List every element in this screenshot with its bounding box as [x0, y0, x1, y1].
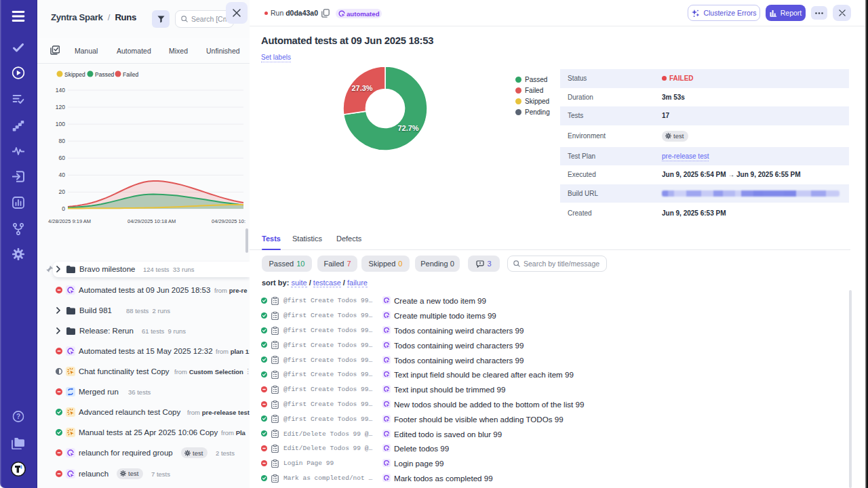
svg-text:72.7%: 72.7% [397, 124, 418, 132]
svg-text:04/29/2025 10:: 04/29/2025 10: [212, 218, 245, 224]
svg-text:04/29/2025 10:18 AM: 04/29/2025 10:18 AM [127, 218, 176, 224]
svg-text:Failed: Failed [123, 71, 138, 78]
svg-text:20: 20 [59, 188, 66, 195]
svg-text:Passed: Passed [95, 71, 115, 78]
svg-text:140: 140 [56, 87, 65, 94]
svg-text:27.3%: 27.3% [351, 84, 372, 92]
svg-text:100: 100 [56, 121, 65, 127]
svg-text:4/28/2025 9:19 AM: 4/28/2025 9:19 AM [48, 218, 91, 224]
svg-text:0: 0 [62, 205, 65, 212]
svg-text:40: 40 [59, 171, 66, 178]
svg-text:?: ? [16, 413, 20, 420]
svg-text:120: 120 [56, 104, 65, 110]
svg-text:80: 80 [59, 138, 66, 144]
svg-text:60: 60 [59, 155, 66, 161]
svg-text:Skipped: Skipped [64, 71, 85, 78]
